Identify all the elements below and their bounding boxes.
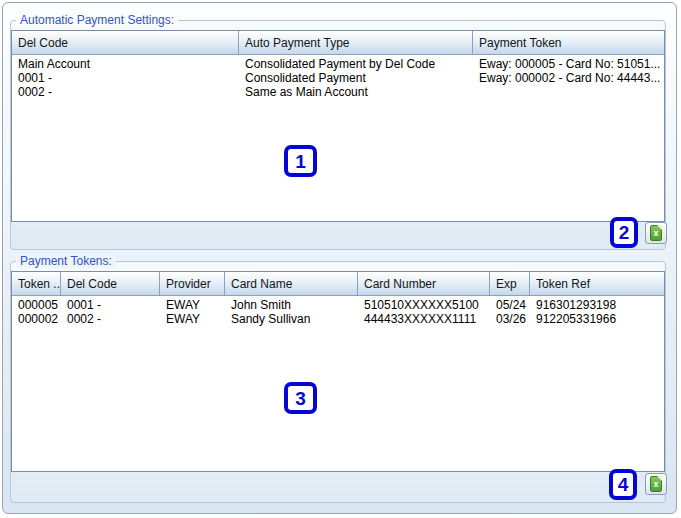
cell-payment-token: Eway: 000005 - Card No: 51051... <box>473 57 664 71</box>
excel-x-glyph: x <box>651 480 661 489</box>
column-header-del-code[interactable]: Del Code <box>61 272 160 295</box>
cell-token-no: 000002 <box>12 312 61 326</box>
auto-payment-table-header: Del Code Auto Payment Type Payment Token <box>12 31 664 55</box>
column-header-exp[interactable]: Exp <box>490 272 530 295</box>
auto-payment-settings-title: Automatic Payment Settings: <box>16 13 178 27</box>
cell-provider: EWAY <box>160 312 225 326</box>
cell-auto-payment-type: Consolidated Payment <box>239 71 473 85</box>
table-row[interactable]: 0002 - Same as Main Account <box>12 85 664 99</box>
cell-del-code: Main Account <box>12 57 239 71</box>
excel-export-icon: x <box>650 225 662 241</box>
table-row[interactable]: 0001 - Consolidated Payment Eway: 000002… <box>12 71 664 85</box>
cell-payment-token <box>473 85 664 99</box>
column-header-payment-token[interactable]: Payment Token <box>473 31 664 54</box>
cell-exp: 03/26 <box>490 312 530 326</box>
cell-auto-payment-type: Consolidated Payment by Del Code <box>239 57 473 71</box>
cell-card-number: 510510XXXXXX5100 <box>358 298 490 312</box>
auto-payment-table: Del Code Auto Payment Type Payment Token… <box>11 30 665 222</box>
excel-x-glyph: x <box>651 229 661 238</box>
excel-export-icon: x <box>650 476 662 492</box>
column-header-del-code[interactable]: Del Code <box>12 31 239 54</box>
cell-del-code: 0001 - <box>12 71 239 85</box>
auto-payment-table-body: Main Account Consolidated Payment by Del… <box>12 55 664 99</box>
cell-token-ref: 912205331966 <box>530 312 664 326</box>
payment-tokens-title: Payment Tokens: <box>16 254 116 268</box>
column-header-token-ref[interactable]: Token Ref <box>530 272 664 295</box>
column-header-card-number[interactable]: Card Number <box>358 272 490 295</box>
table-row[interactable]: 000002 0002 - EWAY Sandy Sullivan 444433… <box>12 312 664 326</box>
callout-2: 2 <box>610 217 638 248</box>
cell-card-number: 444433XXXXXX1111 <box>358 312 490 326</box>
cell-del-code: 0001 - <box>61 298 160 312</box>
payment-tokens-table-header: Token ... Del Code Provider Card Name Ca… <box>12 272 664 296</box>
cell-del-code: 0002 - <box>12 85 239 99</box>
column-header-card-name[interactable]: Card Name <box>225 272 358 295</box>
cell-auto-payment-type: Same as Main Account <box>239 85 473 99</box>
callout-3: 3 <box>284 382 317 414</box>
callout-4: 4 <box>609 469 637 500</box>
cell-card-name: Sandy Sullivan <box>225 312 358 326</box>
export-to-excel-button[interactable]: x <box>645 222 667 244</box>
callout-1: 1 <box>284 145 317 177</box>
payment-tokens-table-body: 000005 0001 - EWAY John Smith 510510XXXX… <box>12 296 664 326</box>
table-row[interactable]: Main Account Consolidated Payment by Del… <box>12 57 664 71</box>
cell-token-no: 000005 <box>12 298 61 312</box>
table-row[interactable]: 000005 0001 - EWAY John Smith 510510XXXX… <box>12 298 664 312</box>
cell-card-name: John Smith <box>225 298 358 312</box>
cell-token-ref: 916301293198 <box>530 298 664 312</box>
export-to-excel-button[interactable]: x <box>645 473 667 495</box>
column-header-token[interactable]: Token ... <box>12 272 61 295</box>
cell-provider: EWAY <box>160 298 225 312</box>
cell-payment-token: Eway: 000002 - Card No: 44443... <box>473 71 664 85</box>
column-header-auto-payment-type[interactable]: Auto Payment Type <box>239 31 473 54</box>
payment-tokens-table: Token ... Del Code Provider Card Name Ca… <box>11 271 665 472</box>
column-header-provider[interactable]: Provider <box>160 272 225 295</box>
cell-del-code: 0002 - <box>61 312 160 326</box>
cell-exp: 05/24 <box>490 298 530 312</box>
